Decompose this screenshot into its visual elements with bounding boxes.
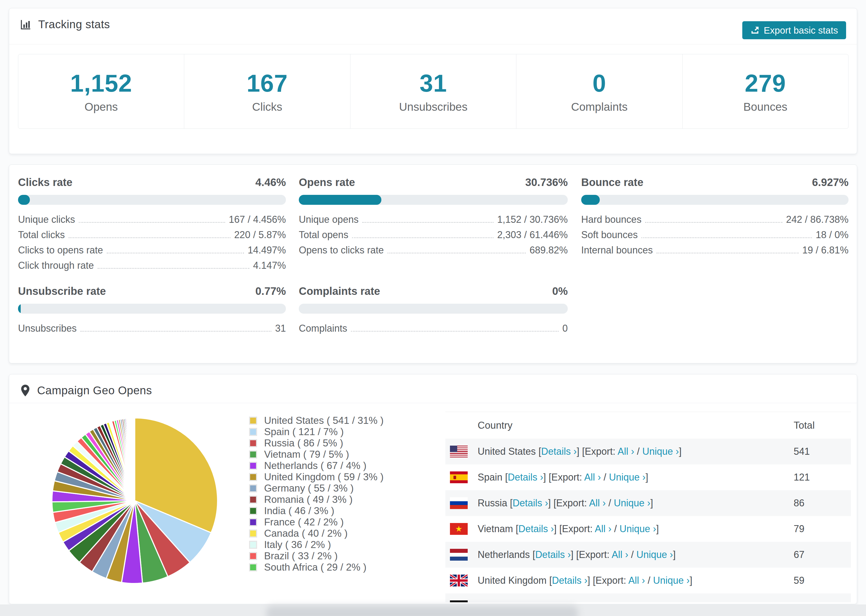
rate-panel-unsubscribe-rate: Unsubscribe rate 0.77% Unsubscribes 31 (18, 285, 286, 338)
detail-label: Total opens (299, 229, 348, 240)
rate-progress-bar (299, 195, 568, 205)
stat-label: Clicks (252, 101, 282, 113)
export-all-link[interactable]: All › (595, 523, 612, 534)
detail-label: Unique opens (299, 214, 359, 225)
stat-cell-clicks: 167 Clicks (184, 54, 350, 129)
export-unique-link[interactable]: Unique › (624, 601, 661, 602)
export-button-label: Export basic stats (764, 25, 838, 36)
country-row-ru: Russia [Details ›] [Export: All › / Uniq… (446, 490, 851, 516)
rate-progress-fill (299, 195, 381, 205)
rate-value: 6.927% (812, 176, 849, 189)
rate-detail-row: Clicks to opens rate 14.497% (18, 245, 286, 260)
details-link[interactable]: Details › (518, 523, 554, 534)
stat-value: 167 (247, 70, 288, 97)
legend-item: South Africa ( 29 / 2% ) (249, 562, 384, 573)
legend-item: United Kingdom ( 59 / 3% ) (249, 471, 384, 483)
export-unique-link[interactable]: Unique › (642, 446, 679, 457)
export-unique-link[interactable]: Unique › (620, 523, 656, 534)
stat-value: 279 (745, 70, 786, 97)
export-all-link[interactable]: All › (599, 601, 616, 602)
total-cell: 541 (794, 438, 810, 464)
legend-item: Russia ( 86 / 5% ) (249, 438, 384, 449)
export-all-link[interactable]: All › (617, 446, 634, 457)
export-all-link[interactable]: All › (589, 498, 606, 509)
rate-panel-opens-rate: Opens rate 30.736% Unique opens 1,152 / … (299, 176, 568, 260)
export-all-link[interactable]: All › (612, 549, 628, 560)
export-unique-link[interactable]: Unique › (614, 498, 650, 509)
details-link[interactable]: Details › (552, 575, 587, 586)
country-cell: Spain [Details ›] [Export: All › / Uniqu… (478, 464, 648, 490)
detail-label: Hard bounces (581, 214, 641, 225)
country-row-us: United States [Details ›] [Export: All ›… (446, 438, 851, 464)
country-cell: United States [Details ›] [Export: All ›… (478, 438, 682, 464)
rate-detail-row: Unique opens 1,152 / 30.736% (299, 214, 568, 229)
rate-detail-row: Click through rate 4.147% (18, 260, 286, 275)
rate-value: 30.736% (525, 176, 568, 189)
column-header-country: Country (478, 412, 513, 438)
detail-value: 167 / 4.456% (229, 214, 286, 225)
export-unique-link[interactable]: Unique › (653, 575, 690, 586)
rate-title: Bounce rate (581, 176, 643, 189)
rate-progress-fill (18, 304, 21, 314)
dotted-leader (387, 253, 526, 253)
rate-detail-row: Internal bounces 19 / 6.81% (581, 245, 849, 260)
legend-label: Germany ( 55 / 3% ) (264, 483, 354, 494)
dotted-leader (657, 253, 798, 253)
dotted-leader (79, 222, 225, 223)
legend-swatch (249, 473, 257, 481)
export-all-link[interactable]: All › (628, 575, 645, 586)
dotted-leader (641, 237, 812, 238)
rate-title: Unsubscribe rate (18, 285, 106, 297)
geo-header-divider (9, 403, 857, 403)
details-link[interactable]: Details › (541, 446, 576, 457)
stat-value: 31 (420, 70, 447, 97)
legend-label: Canada ( 40 / 2% ) (264, 528, 348, 539)
stat-value: 1,152 (70, 70, 132, 97)
geo-opens-pie-chart (49, 415, 221, 587)
stat-label: Unsubscribes (399, 101, 468, 113)
legend-label: Netherlands ( 67 / 4% ) (264, 460, 366, 471)
geo-header: Campaign Geo Opens (20, 384, 152, 397)
pie-legend: United States ( 541 / 31% ) Spain ( 121 … (249, 415, 384, 573)
total-cell: 86 (794, 490, 805, 516)
country-cell: Vietnam [Details ›] [Export: All › / Uni… (478, 516, 659, 542)
details-link[interactable]: Details › (508, 472, 543, 483)
export-basic-stats-button[interactable]: Export basic stats (742, 21, 846, 39)
stat-cell-opens: 1,152 Opens (18, 54, 184, 129)
detail-value: 31 (275, 323, 286, 334)
legend-item: India ( 46 / 3% ) (249, 505, 384, 517)
detail-label: Complaints (299, 323, 347, 334)
detail-label: Unique clicks (18, 214, 75, 225)
dotted-leader (80, 331, 271, 332)
detail-value: 0 (562, 323, 568, 334)
total-cell: 59 (794, 567, 805, 593)
export-all-link[interactable]: All › (584, 472, 601, 483)
country-row-de: Germany [Details ›] [Export: All › / Uni… (446, 593, 851, 602)
country-cell: Netherlands [Details ›] [Export: All › /… (478, 542, 675, 567)
details-link[interactable]: Details › (535, 549, 571, 560)
legend-item: Canada ( 40 / 2% ) (249, 528, 384, 539)
tracking-stats-title: Tracking stats (38, 18, 110, 31)
legend-label: France ( 42 / 2% ) (264, 517, 344, 528)
legend-label: United Kingdom ( 59 / 3% ) (264, 471, 384, 483)
country-row-es: Spain [Details ›] [Export: All › / Uniqu… (446, 464, 851, 490)
map-pin-icon (20, 384, 31, 397)
rate-progress-bar (299, 304, 568, 314)
pie-slice-53 (134, 418, 135, 501)
details-link[interactable]: Details › (523, 601, 558, 602)
detail-value: 19 / 6.81% (802, 245, 849, 256)
country-row-gb: United Kingdom [Details ›] [Export: All … (446, 567, 851, 593)
rate-title: Complaints rate (299, 285, 380, 297)
legend-item: Brazil ( 33 / 2% ) (249, 550, 384, 562)
stat-label: Complaints (571, 101, 627, 113)
detail-value: 14.497% (248, 245, 286, 256)
export-unique-link[interactable]: Unique › (609, 472, 646, 483)
detail-label: Soft bounces (581, 229, 638, 240)
dotted-leader (107, 253, 244, 253)
details-link[interactable]: Details › (513, 498, 548, 509)
legend-swatch (249, 496, 257, 504)
rate-progress-fill (18, 195, 30, 205)
dotted-leader (98, 268, 249, 269)
export-unique-link[interactable]: Unique › (636, 549, 673, 560)
geo-title: Campaign Geo Opens (37, 384, 152, 397)
